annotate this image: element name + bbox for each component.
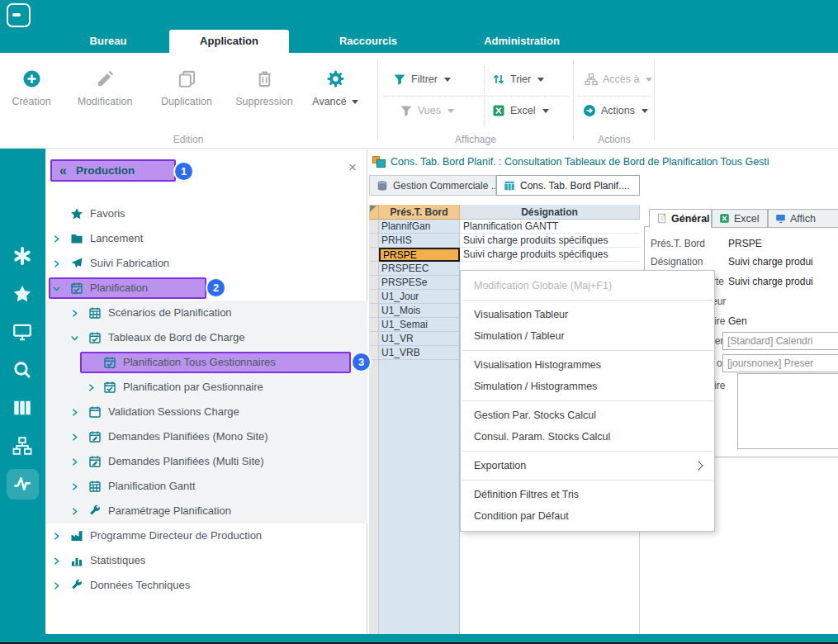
doc-tab-gestion-commerciale[interactable]: Gestion Commerciale ... [369, 175, 496, 196]
chevron-right-icon[interactable] [52, 259, 61, 268]
tab-administration[interactable]: Administration [473, 30, 571, 53]
close-panel-icon[interactable]: × [348, 160, 357, 174]
monitor-icon[interactable] [12, 322, 32, 342]
menu-item-visualisation-tableur[interactable]: Visualisation Tableur [461, 304, 714, 325]
table-cell-code[interactable]: PRHIS [379, 234, 460, 248]
nav-panel-header[interactable]: « Production [50, 159, 176, 182]
chevron-right-icon[interactable] [70, 309, 79, 318]
menu-item-condition-par-defaut[interactable]: Condition par Défaut [461, 505, 714, 527]
tree-item-parametrage-planification[interactable]: Paramétrage Planification [45, 499, 367, 523]
suppression-button[interactable]: Suppression [228, 64, 301, 107]
row-gutter[interactable] [369, 276, 379, 290]
search-icon[interactable] [12, 360, 32, 380]
chevron-down-icon[interactable] [70, 334, 79, 343]
condition-input[interactable]: [joursnonex] Preser [722, 354, 838, 372]
menu-item-visualisation-histogrammes[interactable]: Visualisation Histogrammes [461, 354, 714, 376]
chevron-right-icon[interactable] [52, 234, 61, 244]
actions-button[interactable]: Actions [583, 102, 648, 119]
tab-application[interactable]: Application [169, 30, 289, 53]
table-cell-code[interactable]: U1_Mois [379, 304, 460, 318]
detail-tab-affichage[interactable]: Affich [768, 209, 838, 228]
table-cell-designation[interactable]: Suivi charge produits spécifiques [460, 248, 640, 262]
table-cell-code[interactable]: PlannifGan [379, 220, 460, 234]
creation-button[interactable]: Création [7, 64, 56, 107]
detail-tab-excel[interactable]: Excel [712, 209, 768, 228]
tree-item-planification-tous-gestionnaires[interactable]: Planification Tous Gestionnaires [45, 350, 367, 375]
tree-item-suivi-fabrication[interactable]: Suivi Fabrication [45, 251, 367, 276]
hierarchy-icon[interactable] [12, 436, 32, 456]
chevron-down-icon[interactable] [52, 284, 61, 293]
column-header-designation[interactable]: Désignation [460, 205, 640, 220]
vues-button[interactable]: Vues [400, 102, 454, 119]
table-cell-designation[interactable]: Plannification GANTT [460, 220, 640, 234]
detail-tab-general[interactable]: Général [649, 209, 712, 228]
menu-item-gestion-par-stocks-calcul[interactable]: Gestion Par. Stocks Calcul [461, 405, 714, 426]
table-cell-designation[interactable]: Suivi charge produits spécifiques [460, 234, 640, 248]
chevron-right-icon[interactable] [70, 507, 79, 516]
menu-item-modification-globale[interactable]: Modification Globale (Maj+F1) [461, 275, 714, 296]
tab-bureau[interactable]: Bureau [83, 30, 134, 53]
table-cell-code[interactable]: U1_VR [379, 332, 460, 346]
duplication-button[interactable]: Duplication [154, 64, 220, 107]
row-gutter[interactable] [369, 346, 379, 360]
commentaire-box[interactable] [737, 373, 838, 449]
tree-item-scenarios-planification[interactable]: Scénarios de Planification [45, 301, 367, 325]
doc-tab-cons-tab-bord[interactable]: Cons. Tab. Bord Planif.... [496, 175, 640, 196]
table-cell-code[interactable]: U1_VRB [379, 346, 460, 360]
acces-a-button[interactable]: Accès à [585, 71, 652, 88]
row-gutter[interactable] [369, 262, 379, 276]
tree-item-planification-gantt[interactable]: Planification Gantt [45, 474, 367, 499]
chevron-right-icon[interactable] [52, 581, 61, 590]
chevron-right-icon[interactable] [70, 408, 79, 417]
table-cell-code[interactable]: U1_Jour [379, 290, 460, 304]
table-cell-code[interactable]: PRSPEEC [379, 262, 460, 276]
menu-item-definition-filtres-et-tris[interactable]: Définition Filtres et Tris [461, 484, 714, 505]
row-gutter[interactable] [369, 332, 379, 346]
avance-button[interactable]: Avancé [307, 64, 363, 107]
collapse-panel-icon[interactable]: « [59, 164, 67, 178]
column-header-pres-t-bord[interactable]: Prés.T. Bord [379, 205, 460, 220]
workflow-icon[interactable] [12, 474, 32, 494]
row-gutter[interactable] [369, 318, 379, 332]
tree-item-donnees-techniques[interactable]: Données Techniques [45, 573, 367, 598]
tree-item-planification[interactable]: Planification [45, 276, 367, 301]
modules-icon[interactable] [12, 246, 32, 266]
table-cell-code[interactable]: U1_Semai [379, 318, 460, 332]
modification-button[interactable]: Modification [64, 64, 145, 107]
tree-item-favoris[interactable]: Favoris [45, 201, 367, 226]
favorites-star-icon[interactable] [12, 284, 32, 304]
menu-item-consul-param-stocks-calcul[interactable]: Consul. Param. Stocks Calcul [461, 426, 714, 447]
filter-icon [400, 104, 413, 117]
tree-item-programme-directeur[interactable]: Programme Directeur de Production [45, 523, 367, 548]
row-gutter[interactable] [369, 220, 379, 234]
row-gutter[interactable] [369, 290, 379, 304]
select-all-corner[interactable] [369, 205, 379, 220]
excel-button[interactable]: Excel [492, 102, 549, 119]
tree-item-demandes-planifiees-multi[interactable]: Demandes Planifiées (Multi Site) [45, 449, 367, 474]
filtrer-button[interactable]: Filtrer [393, 71, 451, 88]
calendrier-input[interactable]: [Standard] Calendri [722, 332, 838, 350]
tree-item-validation-sessions-charge[interactable]: Validation Sessions Charge [45, 400, 367, 424]
columns-icon[interactable] [12, 398, 32, 418]
tree-item-planification-par-gestionnaire[interactable]: Planification par Gestionnaire [45, 375, 367, 400]
table-cell-code[interactable]: PRSPESe [379, 276, 460, 290]
trier-button[interactable]: Trier [492, 71, 544, 88]
menu-item-simulation-tableur[interactable]: Simulation / Tableur [461, 325, 714, 347]
chevron-right-icon[interactable] [70, 433, 79, 442]
chevron-right-icon[interactable] [52, 532, 61, 541]
row-gutter[interactable] [369, 304, 379, 318]
menu-item-simulation-histogrammes[interactable]: Simulation / Histogrammes [461, 376, 714, 397]
chevron-right-icon[interactable] [70, 457, 79, 466]
row-gutter[interactable] [369, 248, 379, 262]
tree-item-demandes-planifiees-mono[interactable]: Demandes Planifiées (Mono Site) [45, 424, 367, 449]
table-cell-code-selected[interactable]: PRSPE [379, 248, 460, 262]
tab-raccourcis[interactable]: Raccourcis [334, 30, 402, 53]
menu-item-exportation[interactable]: Exportation [461, 455, 714, 476]
tree-item-lancement[interactable]: Lancement [45, 226, 367, 251]
chevron-right-icon[interactable] [52, 556, 61, 566]
chevron-right-icon[interactable] [70, 482, 79, 491]
tree-item-statistiques[interactable]: Statistiques [45, 548, 367, 573]
chevron-right-icon[interactable] [87, 383, 96, 392]
tree-item-tableaux-bord-charge[interactable]: Tableaux de Bord de Charge [45, 325, 367, 350]
row-gutter[interactable] [369, 234, 379, 248]
